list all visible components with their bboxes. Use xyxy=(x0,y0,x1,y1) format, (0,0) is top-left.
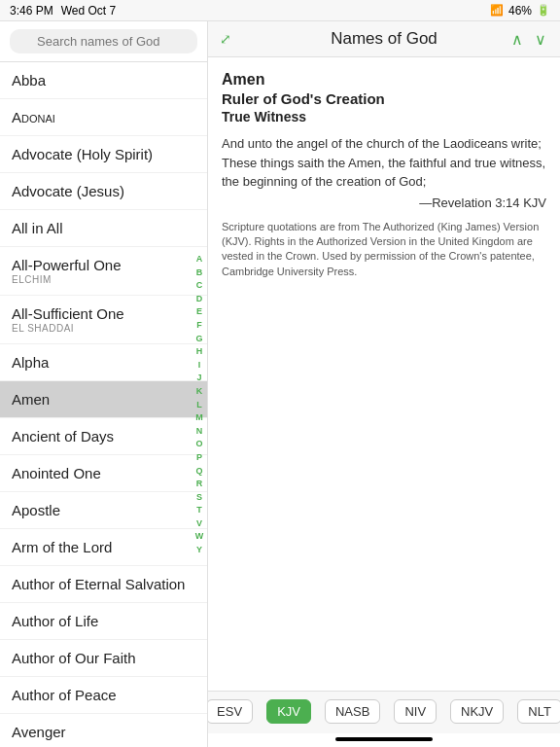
list-item[interactable]: Adonai xyxy=(0,99,207,136)
list-item[interactable]: Author of Eternal Salvation xyxy=(0,566,207,603)
wifi-icon: 📶 xyxy=(490,4,504,17)
index-o[interactable]: O xyxy=(193,438,205,450)
home-indicator xyxy=(335,737,433,741)
index-q[interactable]: Q xyxy=(193,465,205,478)
list-item[interactable]: Author of Life xyxy=(0,603,207,640)
index-e[interactable]: E xyxy=(193,306,205,319)
search-input[interactable] xyxy=(10,29,197,53)
index-t[interactable]: T xyxy=(193,504,205,516)
index-w[interactable]: W xyxy=(193,531,205,544)
list-item[interactable]: Advocate (Jesus) xyxy=(0,173,207,210)
list-item[interactable]: All-Powerful One Elchim xyxy=(0,247,207,296)
status-time: 3:46 PM xyxy=(10,4,53,18)
list-item[interactable]: Abba xyxy=(0,62,207,99)
index-b[interactable]: B xyxy=(193,267,205,279)
index-f[interactable]: F xyxy=(193,319,205,332)
version-kjv[interactable]: KJV xyxy=(266,699,311,724)
scripture-note: Scripture quotations are from The Author… xyxy=(222,220,546,280)
index-n[interactable]: N xyxy=(193,425,205,438)
index-m[interactable]: M xyxy=(193,411,205,424)
list-item[interactable]: Anointed One xyxy=(0,455,207,492)
status-date: Wed Oct 7 xyxy=(61,4,116,18)
nav-up-button[interactable]: ∧ xyxy=(509,30,525,49)
index-j[interactable]: J xyxy=(193,373,205,385)
search-wrapper: 🔍 xyxy=(10,29,197,53)
list-item[interactable]: All in All xyxy=(0,210,207,247)
search-bar: 🔍 xyxy=(0,21,207,62)
list-item[interactable]: Apostle xyxy=(0,492,207,529)
index-g[interactable]: G xyxy=(193,333,205,345)
name-title: Amen xyxy=(222,71,546,89)
index-s[interactable]: S xyxy=(193,491,205,504)
status-bar: 3:46 PM Wed Oct 7 📶 46% 🔋 xyxy=(0,0,560,21)
index-a[interactable]: A xyxy=(193,253,205,266)
detail-panel-title: Names of God xyxy=(331,29,438,49)
index-k[interactable]: K xyxy=(193,385,205,398)
verse-text: And unto the angel of the church of the … xyxy=(222,134,546,192)
list-panel: 🔍 A B C D E F G H I J K L M N O xyxy=(0,21,208,747)
index-h[interactable]: H xyxy=(193,345,205,358)
name-subtitle: Ruler of God's Creation xyxy=(222,90,546,107)
nav-arrows: ∧ ∨ xyxy=(509,30,548,49)
version-niv[interactable]: NIV xyxy=(394,699,437,724)
list-item[interactable]: Ancient of Days xyxy=(0,418,207,455)
version-esv[interactable]: ESV xyxy=(208,699,253,724)
main-content: 🔍 A B C D E F G H I J K L M N O xyxy=(0,21,560,747)
list-scroll[interactable]: A B C D E F G H I J K L M N O P Q R S T xyxy=(0,62,207,747)
list-item[interactable]: All-Sufficient One El Shaddai xyxy=(0,296,207,344)
nav-down-button[interactable]: ∨ xyxy=(533,30,548,49)
name-sub2: True Witness xyxy=(222,109,546,124)
index-p[interactable]: P xyxy=(193,451,205,464)
list-item[interactable]: Advocate (Holy Spirit) xyxy=(0,136,207,173)
verse-reference: —Revelation 3:14 KJV xyxy=(222,196,546,210)
version-nlt[interactable]: NLT xyxy=(517,699,560,724)
index-y[interactable]: Y xyxy=(193,544,205,556)
version-nkjv[interactable]: NKJV xyxy=(450,699,504,724)
detail-header: ⤢ Names of God ∧ ∨ xyxy=(208,21,560,57)
list-item-amen[interactable]: Amen xyxy=(0,381,207,418)
list-item[interactable]: Avenger xyxy=(0,714,207,747)
list-item[interactable]: Author of Our Faith xyxy=(0,640,207,677)
list-item[interactable]: Author of Peace xyxy=(0,677,207,714)
resize-icon[interactable]: ⤢ xyxy=(220,31,231,47)
battery-level: 46% xyxy=(508,4,532,18)
index-r[interactable]: R xyxy=(193,478,205,490)
battery-icon: 🔋 xyxy=(537,4,550,17)
index-v[interactable]: V xyxy=(193,517,205,530)
index-l[interactable]: L xyxy=(193,399,205,411)
index-c[interactable]: C xyxy=(193,279,205,292)
version-nasb[interactable]: NASB xyxy=(325,699,380,724)
detail-panel: ⤢ Names of God ∧ ∨ Amen Ruler of God's C… xyxy=(208,21,560,747)
index-bar: A B C D E F G H I J K L M N O P Q R S T xyxy=(193,253,205,556)
list-item[interactable]: Arm of the Lord xyxy=(0,529,207,566)
detail-content[interactable]: Amen Ruler of God's Creation True Witnes… xyxy=(208,57,560,691)
version-bar: ESV KJV NASB NIV NKJV NLT xyxy=(208,691,560,733)
index-i[interactable]: I xyxy=(193,359,205,372)
index-d[interactable]: D xyxy=(193,293,205,305)
list-item[interactable]: Alpha xyxy=(0,344,207,381)
